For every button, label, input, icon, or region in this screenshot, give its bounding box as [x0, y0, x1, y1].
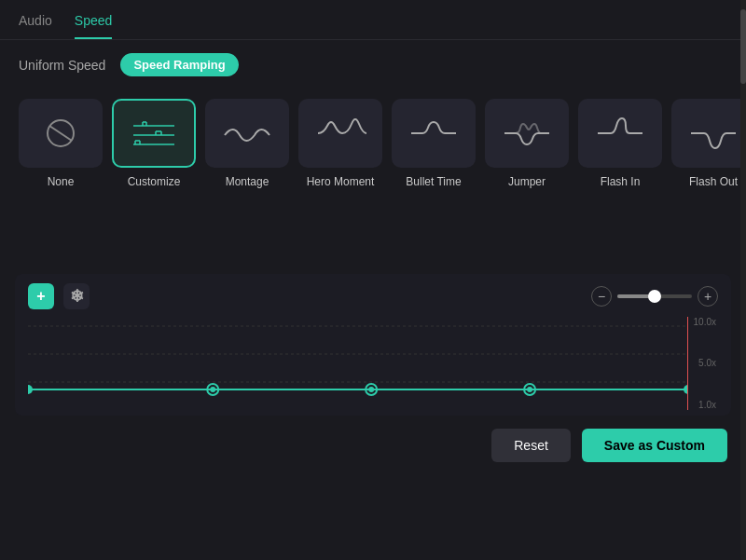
preset-customize-label: Customize [128, 175, 181, 190]
zoom-slider-thumb[interactable] [648, 290, 661, 303]
reset-button[interactable]: Reset [491, 429, 571, 462]
preset-jumper-label: Jumper [508, 175, 546, 190]
add-icon: + [36, 288, 45, 305]
empty-space [0, 209, 746, 265]
uniform-speed-button[interactable]: Uniform Speed [19, 58, 105, 73]
svg-point-18 [28, 385, 33, 394]
preset-customize-box [112, 99, 196, 168]
mode-selector: Uniform Speed Speed Ramping [0, 40, 746, 89]
app-container: Audio Speed Uniform Speed Speed Ramping … [0, 0, 746, 560]
preset-montage-box [205, 99, 289, 168]
preset-flash-out-label: Flash Out [689, 175, 738, 190]
footer-buttons: Reset Save as Custom [0, 416, 746, 475]
svg-point-22 [368, 387, 374, 392]
header-tabs: Audio Speed [0, 0, 746, 40]
tab-speed[interactable]: Speed [75, 13, 112, 39]
preset-none-box [19, 99, 103, 168]
timeline-container: + ❄ − + [15, 274, 731, 416]
customize-icon [126, 115, 182, 152]
preset-jumper[interactable]: Jumper [485, 99, 569, 190]
flash-out-icon [685, 115, 741, 152]
scroll-thumb[interactable] [740, 9, 746, 84]
montage-icon [219, 115, 275, 152]
svg-point-24 [527, 387, 532, 392]
add-keyframe-button[interactable]: + [28, 283, 54, 309]
preset-bullet-time-box [392, 99, 476, 168]
freeze-icon: ❄ [70, 286, 84, 307]
bullet-time-icon [406, 115, 462, 152]
preset-montage-label: Montage [226, 175, 269, 190]
preset-hero-moment-label: Hero Moment [307, 175, 375, 190]
preset-flash-out-box [671, 99, 746, 168]
preset-jumper-box [485, 99, 569, 168]
tab-audio[interactable]: Audio [19, 13, 52, 39]
preset-customize[interactable]: Customize [112, 99, 196, 190]
preset-hero-moment[interactable]: Hero Moment [298, 99, 382, 190]
preset-grid: None Customize [0, 89, 746, 209]
preset-flash-out[interactable]: Flash Out [671, 99, 746, 190]
graph-labels: 10.0x 5.0x 1.0x [692, 317, 718, 410]
preset-hero-moment-box [298, 99, 382, 168]
zoom-slider-track[interactable] [617, 294, 692, 298]
none-icon [33, 115, 89, 152]
timeline-toolbar: + ❄ − + [28, 283, 718, 309]
graph-grid [28, 317, 688, 410]
graph-area: 10.0x 5.0x 1.0x [28, 317, 718, 410]
hero-moment-icon [312, 115, 368, 152]
speed-ramping-button[interactable]: Speed Ramping [120, 53, 238, 76]
preset-bullet-time[interactable]: Bullet Time [392, 99, 476, 190]
flash-in-icon [592, 115, 648, 152]
jumper-icon [499, 115, 555, 152]
preset-bullet-time-label: Bullet Time [406, 175, 461, 190]
svg-point-20 [210, 387, 215, 392]
preset-montage[interactable]: Montage [205, 99, 289, 190]
preset-flash-in-box [578, 99, 662, 168]
zoom-out-button[interactable]: − [591, 286, 612, 307]
playhead-line [687, 317, 689, 410]
freeze-button[interactable]: ❄ [63, 283, 90, 309]
preset-none[interactable]: None [19, 99, 103, 190]
preset-flash-in-label: Flash In [601, 175, 641, 190]
minus-icon: − [598, 289, 605, 304]
graph-label-5x: 5.0x [694, 358, 716, 368]
svg-line-1 [49, 126, 72, 141]
save-custom-button[interactable]: Save as Custom [582, 429, 727, 462]
zoom-in-button[interactable]: + [698, 286, 718, 307]
preset-flash-in[interactable]: Flash In [578, 99, 662, 190]
graph-label-1x: 1.0x [694, 400, 716, 410]
preset-none-label: None [48, 175, 75, 190]
scrollbar[interactable] [740, 0, 746, 560]
graph-label-10x: 10.0x [694, 317, 716, 327]
zoom-controls: − + [591, 286, 718, 307]
plus-icon: + [704, 289, 711, 304]
